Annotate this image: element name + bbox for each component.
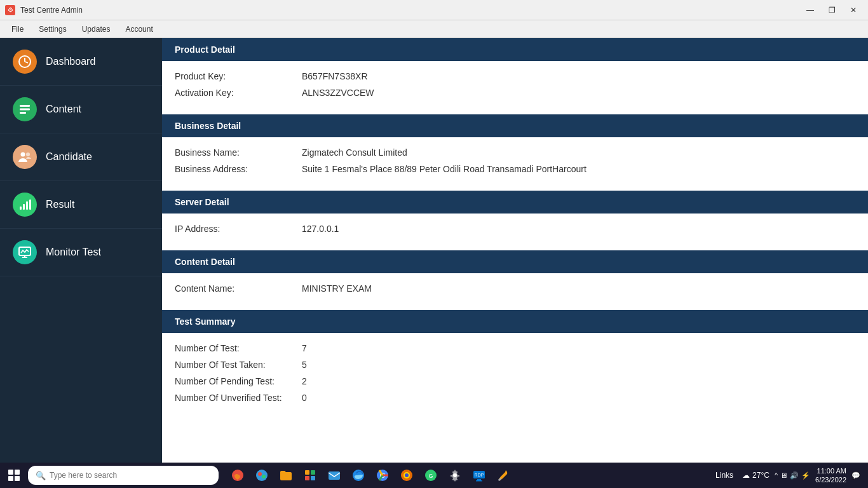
server-detail-section: Server Detail IP Address: 127.0.0.1 xyxy=(162,191,868,250)
server-detail-body: IP Address: 127.0.0.1 xyxy=(162,214,868,250)
dashboard-icon xyxy=(13,50,37,74)
taskbar-app-ball[interactable] xyxy=(226,464,249,487)
taskbar-app-other[interactable]: G xyxy=(419,464,442,487)
search-icon: 🔍 xyxy=(36,471,46,480)
business-address-row: Business Address: Suite 1 Fesmal's Place… xyxy=(175,164,855,174)
svg-point-17 xyxy=(258,472,262,476)
num-tests-taken-label: Number Of Test Taken: xyxy=(175,360,302,370)
business-name-label: Business Name: xyxy=(175,147,302,158)
svg-point-4 xyxy=(21,152,25,157)
svg-point-5 xyxy=(26,152,30,156)
taskbar-links: Links xyxy=(712,471,737,480)
taskbar-app-tool[interactable] xyxy=(492,464,515,487)
network-icon: 🖥 xyxy=(780,471,787,479)
business-detail-header: Business Detail xyxy=(162,114,868,137)
close-button[interactable]: ✕ xyxy=(844,4,863,17)
content-name-row: Content Name: MINISTRY EXAM xyxy=(175,283,855,294)
svg-rect-9 xyxy=(29,200,31,210)
maximize-button[interactable]: ❐ xyxy=(822,4,841,17)
taskbar-search-bar[interactable]: 🔍 xyxy=(28,466,219,485)
svg-rect-35 xyxy=(477,479,481,480)
menu-account[interactable]: Account xyxy=(119,22,159,36)
svg-rect-14 xyxy=(15,476,20,481)
svg-rect-20 xyxy=(311,470,315,475)
sidebar-item-candidate[interactable]: Candidate xyxy=(0,133,162,181)
weather-temp: 27°C xyxy=(752,471,770,480)
menu-updates[interactable]: Updates xyxy=(76,22,117,36)
svg-rect-12 xyxy=(15,470,20,475)
taskbar-weather: ☁ 27°C xyxy=(742,471,770,480)
content-detail-header: Content Detail xyxy=(162,250,868,273)
product-key-value: B657FN7S38XR xyxy=(302,71,368,81)
svg-rect-7 xyxy=(23,204,25,210)
ip-address-value: 127.0.0.1 xyxy=(302,224,339,234)
sidebar-label-candidate: Candidate xyxy=(46,151,92,163)
activation-key-row: Activation Key: ALNS3ZZVCCEW xyxy=(175,88,855,98)
taskbar-app-edge[interactable] xyxy=(347,464,370,487)
business-address-value: Suite 1 Fesmal's Place 88/89 Peter Odili… xyxy=(302,164,587,174)
svg-rect-13 xyxy=(8,476,13,481)
window-controls: — ❐ ✕ xyxy=(801,4,863,17)
svg-rect-19 xyxy=(305,470,309,475)
content-detail-body: Content Name: MINISTRY EXAM xyxy=(162,273,868,310)
taskbar-app-rdp[interactable]: RDP xyxy=(468,464,491,487)
test-summary-header: Test Summary xyxy=(162,310,868,333)
menu-file[interactable]: File xyxy=(5,22,30,36)
num-unverified-row: Number Of Unverified Test: 0 xyxy=(175,393,855,403)
chevron-icon[interactable]: ^ xyxy=(775,471,778,479)
svg-rect-21 xyxy=(305,476,309,480)
activation-key-label: Activation Key: xyxy=(175,88,302,98)
search-input[interactable] xyxy=(50,471,211,480)
content-icon xyxy=(13,97,37,121)
start-button[interactable] xyxy=(3,464,25,487)
sidebar-item-monitor-test[interactable]: Monitor Test xyxy=(0,229,162,276)
business-name-row: Business Name: Zigmatech Consult Limited xyxy=(175,147,855,158)
taskbar-app-mail[interactable] xyxy=(323,464,346,487)
taskbar-app-firefox[interactable] xyxy=(395,464,418,487)
num-tests-taken-value: 5 xyxy=(302,360,307,370)
taskbar-app-settings[interactable] xyxy=(444,464,466,487)
test-summary-section: Test Summary Number Of Test: 7 Number Of… xyxy=(162,310,868,419)
main-content: Product Detail Product Key: B657FN7S38XR… xyxy=(162,38,868,463)
content-name-label: Content Name: xyxy=(175,283,302,294)
notification-icon[interactable]: 💬 xyxy=(851,471,860,480)
num-pending-row: Number Of Pending Test: 2 xyxy=(175,376,855,386)
num-tests-value: 7 xyxy=(302,343,307,353)
svg-point-18 xyxy=(262,475,266,478)
sidebar: Dashboard Content xyxy=(0,38,162,463)
business-name-value: Zigmatech Consult Limited xyxy=(302,147,407,158)
minimize-button[interactable]: — xyxy=(801,4,820,17)
volume-icon[interactable]: 🔊 xyxy=(790,471,799,480)
candidate-icon xyxy=(13,145,37,169)
sidebar-item-content[interactable]: Content xyxy=(0,86,162,133)
weather-icon: ☁ xyxy=(742,471,750,480)
svg-rect-22 xyxy=(311,476,315,480)
taskbar-apps: G RDP xyxy=(226,464,712,487)
titlebar: ⚙ Test Centre Admin — ❐ ✕ xyxy=(0,0,868,20)
app-icon: ⚙ xyxy=(5,5,15,15)
sidebar-label-content: Content xyxy=(46,104,81,115)
sidebar-item-result[interactable]: Result xyxy=(0,181,162,229)
svg-rect-8 xyxy=(26,201,28,210)
menu-settings[interactable]: Settings xyxy=(32,22,72,36)
product-key-label: Product Key: xyxy=(175,71,302,81)
num-unverified-value: 0 xyxy=(302,393,307,403)
taskbar-app-widget[interactable] xyxy=(250,464,273,487)
titlebar-left: ⚙ Test Centre Admin xyxy=(5,5,83,15)
sidebar-item-dashboard[interactable]: Dashboard xyxy=(0,38,162,86)
svg-rect-23 xyxy=(329,471,340,480)
activation-key-value: ALNS3ZZVCCEW xyxy=(302,88,374,98)
taskbar-app-folder[interactable] xyxy=(275,464,297,487)
taskbar-app-store[interactable] xyxy=(299,464,322,487)
product-detail-section: Product Detail Product Key: B657FN7S38XR… xyxy=(162,38,868,114)
svg-rect-3 xyxy=(20,112,26,114)
num-tests-label: Number Of Test: xyxy=(175,343,302,353)
svg-text:RDP: RDP xyxy=(475,473,484,477)
num-unverified-label: Number Of Unverified Test: xyxy=(175,393,302,403)
svg-rect-6 xyxy=(20,207,22,210)
svg-rect-11 xyxy=(8,470,13,475)
taskbar-app-chrome[interactable] xyxy=(371,464,394,487)
num-tests-row: Number Of Test: 7 xyxy=(175,343,855,353)
num-pending-label: Number Of Pending Test: xyxy=(175,376,302,386)
svg-point-16 xyxy=(256,470,268,481)
